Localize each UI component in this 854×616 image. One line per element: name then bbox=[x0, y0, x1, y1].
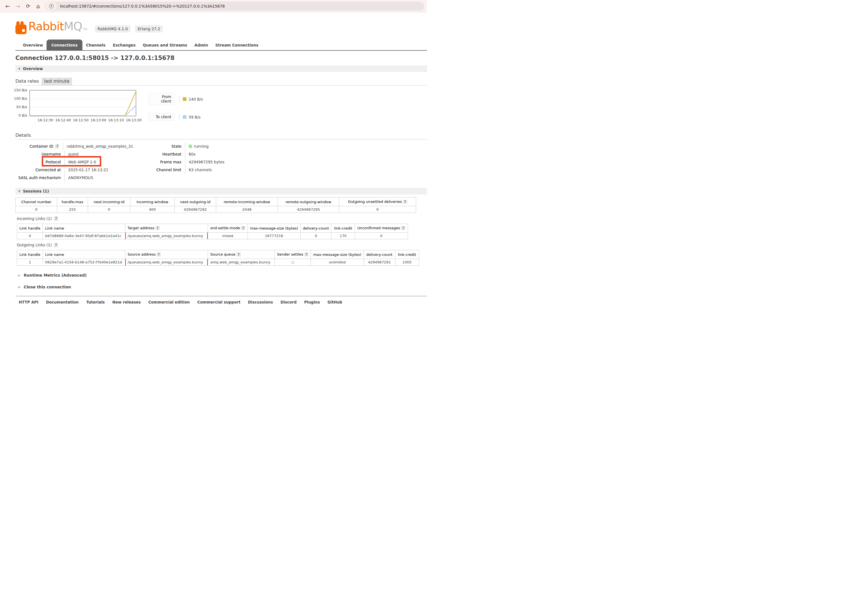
footer-link-plugins[interactable]: Plugins bbox=[304, 300, 320, 304]
legend-button-to-client[interactable]: To client bbox=[149, 113, 174, 121]
section-title-overview: Overview bbox=[23, 67, 43, 71]
main-nav-tabs: Overview Connections Channels Exchanges … bbox=[15, 40, 427, 51]
detail-row-username: Username guest bbox=[15, 150, 133, 158]
data-rates-label: Data rates bbox=[15, 79, 39, 85]
x-tick-4: 16:13:10 bbox=[108, 118, 124, 122]
footer-divider bbox=[15, 296, 427, 296]
detail-row-connected-at: Connected at 2025-01-17 16:13:21 bbox=[15, 166, 133, 174]
back-icon[interactable]: ← bbox=[3, 1, 13, 11]
footer-link-discord[interactable]: Discord bbox=[281, 300, 296, 304]
section-header-runtime-metrics[interactable]: ▶ Runtime Metrics (Advanced) bbox=[18, 273, 427, 277]
data-rates-heading: Data rates last minute bbox=[15, 78, 427, 85]
help-icon[interactable]: ? bbox=[305, 252, 308, 256]
url-text: localhost:15672/#/connections/127.0.0.1%… bbox=[60, 4, 225, 8]
trademark-label: TM bbox=[83, 28, 87, 31]
section-title-sessions: Sessions (1) bbox=[23, 189, 49, 193]
help-icon[interactable]: ? bbox=[241, 226, 245, 230]
incoming-links-table: Link handle Link name Target address ? s… bbox=[17, 224, 408, 239]
erlang-version-badge: Erlang 27.2 bbox=[135, 25, 163, 32]
legend-value-from-client: 140 B/s bbox=[179, 95, 203, 103]
tab-stream-connections[interactable]: Stream Connections bbox=[212, 40, 262, 50]
detail-row-sasl: SASL auth mechanism ANONYMOUS bbox=[15, 174, 133, 182]
x-tick-3: 16:13:00 bbox=[91, 118, 106, 122]
help-icon[interactable]: ? bbox=[401, 226, 405, 230]
help-icon[interactable]: ? bbox=[403, 200, 407, 204]
details-column-left: Container ID? rabbitmq_web_amqp_examples… bbox=[15, 142, 133, 182]
state-indicator-icon bbox=[189, 144, 192, 148]
chart-plot-area: 150 B/s 100 B/s 50 B/s 0 B/s 16:12:30 16… bbox=[29, 90, 136, 123]
sessions-table: Channel number handle-max next-incoming-… bbox=[15, 197, 416, 213]
tab-exchanges[interactable]: Exchanges bbox=[109, 40, 139, 50]
brand-wordmark: RabbitMQTM bbox=[28, 19, 87, 37]
footer-link-tutorials[interactable]: Tutorials bbox=[86, 300, 105, 304]
outgoing-links-header-row: Link handle Link name Source address ? S… bbox=[17, 250, 419, 259]
help-icon[interactable]: ? bbox=[156, 226, 160, 230]
reload-icon[interactable]: ⟳ bbox=[23, 1, 33, 11]
footer-link-commercial-edition[interactable]: Commercial edition bbox=[148, 300, 190, 304]
app-header: RabbitMQTM RabbitMQ 4.1.0 Erlang 27.2 bbox=[15, 19, 427, 35]
section-header-overview[interactable]: ▼ Overview bbox=[15, 65, 427, 72]
incoming-links-data-row: 0 b67d8689-0a6e-3e47-95df-87abb1e2a41c /… bbox=[17, 233, 408, 239]
help-icon[interactable]: ? bbox=[54, 216, 58, 221]
incoming-links-header-row: Link handle Link name Target address ? s… bbox=[17, 224, 408, 233]
x-tick-5: 16:13:20 bbox=[126, 118, 142, 122]
from-client-swatch-icon bbox=[183, 97, 186, 101]
detail-row-frame-max: Frame max 4294967295 bytes bbox=[133, 158, 224, 166]
help-icon[interactable]: ? bbox=[236, 252, 241, 256]
legend-value-to-client: 59 B/s bbox=[179, 113, 203, 121]
chart-legend: From client 140 B/s To client 59 B/s bbox=[149, 90, 203, 123]
details-column-right: State running Heartbeat 60s Frame max 42… bbox=[133, 142, 224, 182]
incoming-links-title: Incoming Links (1)? bbox=[17, 216, 427, 221]
help-icon[interactable]: ? bbox=[55, 144, 59, 149]
rabbitmq-version-badge: RabbitMQ 4.1.0 bbox=[95, 25, 131, 32]
footer-link-http-api[interactable]: HTTP API bbox=[19, 300, 38, 304]
help-icon[interactable]: ? bbox=[54, 243, 58, 247]
details-grid: Container ID? rabbitmq_web_amqp_examples… bbox=[15, 142, 427, 182]
detail-row-container-id: Container ID? rabbitmq_web_amqp_examples… bbox=[15, 142, 133, 150]
address-bar[interactable]: i localhost:15672/#/connections/127.0.0.… bbox=[45, 2, 424, 11]
data-rates-chart: 150 B/s 100 B/s 50 B/s 0 B/s 16:12:30 16… bbox=[15, 90, 427, 123]
footer-link-commercial-support[interactable]: Commercial support bbox=[197, 300, 241, 304]
rabbitmq-logo[interactable]: RabbitMQTM bbox=[15, 19, 87, 37]
y-tick-100: 100 B/s bbox=[11, 96, 27, 100]
tab-admin[interactable]: Admin bbox=[191, 40, 212, 50]
section-header-close-connection[interactable]: ▶ Close this connection bbox=[18, 285, 427, 289]
expand-triangle-icon: ▼ bbox=[18, 190, 20, 193]
expand-triangle-icon: ▼ bbox=[18, 67, 20, 70]
collapse-triangle-icon: ▶ bbox=[18, 274, 20, 277]
help-icon[interactable]: ? bbox=[157, 252, 161, 256]
rabbit-logo-icon bbox=[15, 21, 28, 35]
y-tick-0: 0 B/s bbox=[11, 113, 27, 117]
footer-link-new-releases[interactable]: New releases bbox=[113, 300, 141, 304]
site-info-icon: i bbox=[49, 4, 53, 8]
x-tick-2: 16:12:50 bbox=[73, 118, 88, 122]
tab-queues-and-streams[interactable]: Queues and Streams bbox=[139, 40, 191, 50]
outgoing-links-table: Link handle Link name Source address ? S… bbox=[17, 250, 419, 266]
rate-window-selector[interactable]: last minute bbox=[41, 78, 72, 85]
tab-channels[interactable]: Channels bbox=[82, 40, 109, 50]
page-title: Connection 127.0.0.1:58015 -> 127.0.0.1:… bbox=[15, 55, 427, 61]
chart-x-axis: 16:12:30 16:12:40 16:12:50 16:13:00 16:1… bbox=[29, 118, 136, 123]
details-label: Details bbox=[15, 132, 31, 139]
site-info-chip[interactable]: i bbox=[46, 2, 57, 10]
footer-link-documentation[interactable]: Documentation bbox=[46, 300, 78, 304]
y-tick-50: 50 B/s bbox=[11, 105, 27, 109]
details-heading: Details bbox=[15, 132, 427, 140]
y-tick-150: 150 B/s bbox=[11, 88, 27, 92]
forward-icon[interactable]: → bbox=[13, 1, 23, 11]
detail-row-state: State running bbox=[133, 142, 224, 150]
x-tick-1: 16:12:40 bbox=[55, 118, 71, 122]
version-badges: RabbitMQ 4.1.0 Erlang 27.2 bbox=[95, 25, 163, 32]
footer-link-discussions[interactable]: Discussions bbox=[248, 300, 273, 304]
tab-overview[interactable]: Overview bbox=[19, 40, 47, 50]
tab-connections[interactable]: Connections bbox=[47, 40, 82, 50]
sessions-header-row: Channel number handle-max next-incoming-… bbox=[16, 198, 416, 206]
legend-button-from-client[interactable]: From client bbox=[149, 93, 174, 105]
footer-link-github[interactable]: GitHub bbox=[328, 300, 342, 304]
screen: ← → ⟳ ⌂ i localhost:15672/#/connections/… bbox=[0, 0, 427, 308]
collapse-triangle-icon: ▶ bbox=[18, 285, 20, 289]
to-client-swatch-icon bbox=[183, 115, 186, 119]
home-icon[interactable]: ⌂ bbox=[33, 1, 43, 11]
section-header-sessions[interactable]: ▼ Sessions (1) bbox=[15, 188, 427, 195]
detail-row-channel-limit: Channel limit 63 channels bbox=[133, 166, 224, 174]
